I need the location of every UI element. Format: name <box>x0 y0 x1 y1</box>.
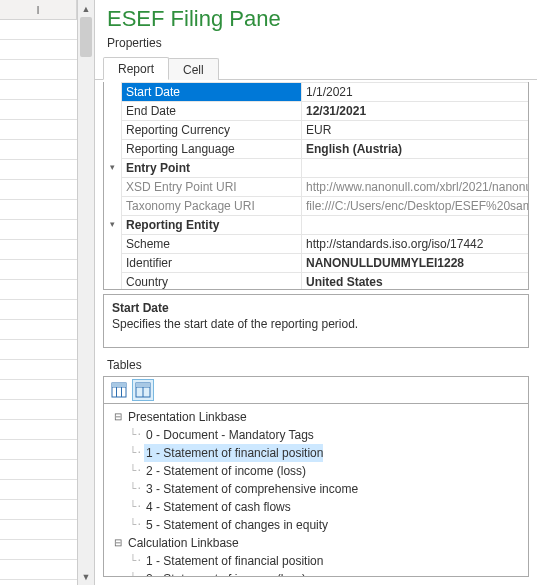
property-row[interactable]: XSD Entry Point URIhttp://www.nanonull.c… <box>104 177 528 196</box>
properties-label: Properties <box>95 34 537 52</box>
scroll-track[interactable] <box>78 17 94 568</box>
tree-leaf[interactable]: └·1 - Statement of financial position <box>106 444 526 462</box>
tree-line-icon: └· <box>128 462 144 480</box>
property-row[interactable]: Taxonomy Package URIfile:///C:/Users/enc… <box>104 196 528 215</box>
property-row[interactable]: Reporting CurrencyEUR <box>104 120 528 139</box>
property-row[interactable]: Schemehttp://standards.iso.org/iso/17442 <box>104 234 528 253</box>
row-indent <box>104 139 122 158</box>
row-indent: ▾ <box>104 215 122 234</box>
tree-collapse-icon[interactable]: ⊟ <box>110 534 126 552</box>
multi-column-view-icon <box>111 382 127 398</box>
property-name: Taxonomy Package URI <box>122 196 302 215</box>
property-group-row[interactable]: ▾Reporting Entity <box>104 215 528 234</box>
property-name: Identifier <box>122 253 302 272</box>
tables-tree[interactable]: ⊟Presentation Linkbase└·0 - Document - M… <box>103 403 529 577</box>
row-indent <box>104 196 122 215</box>
tree-line-icon: └· <box>128 498 144 516</box>
property-value[interactable]: file:///C:/Users/enc/Desktop/ESEF%20samp… <box>302 196 528 215</box>
property-row[interactable]: IdentifierNANONULLDUMMYLEI1228 <box>104 253 528 272</box>
tree-item-label: 3 - Statement of comprehensive income <box>144 480 358 498</box>
tree-leaf[interactable]: └·1 - Statement of financial position <box>106 552 526 570</box>
spreadsheet-area[interactable]: I <box>0 0 78 585</box>
property-name: Scheme <box>122 234 302 253</box>
row-indent <box>104 234 122 253</box>
property-row[interactable]: Reporting LanguageEnglish (Austria) <box>104 139 528 158</box>
pane-title: ESEF Filing Pane <box>95 0 537 34</box>
properties-tabs: Report Cell <box>95 52 537 80</box>
tab-report[interactable]: Report <box>103 57 169 80</box>
tables-label: Tables <box>95 348 537 374</box>
property-name: Reporting Language <box>122 139 302 158</box>
row-indent: ▾ <box>104 158 122 177</box>
tree-leaf[interactable]: └·3 - Statement of comprehensive income <box>106 480 526 498</box>
tables-toolbar <box>103 376 529 403</box>
property-value[interactable]: 1/1/2021 <box>302 82 528 101</box>
property-value[interactable]: English (Austria) <box>302 139 528 158</box>
table-view-button-1[interactable] <box>108 379 130 401</box>
property-description: Start Date Specifies the start date of t… <box>103 294 529 348</box>
tree-item-label: Presentation Linkbase <box>126 408 247 426</box>
tree-item-label: 1 - Statement of financial position <box>144 444 323 462</box>
property-value[interactable]: NANONULLDUMMYLEI1228 <box>302 253 528 272</box>
property-grid[interactable]: Start Date1/1/2021End Date12/31/2021Repo… <box>103 82 529 290</box>
property-name: Reporting Currency <box>122 120 302 139</box>
row-indent <box>104 177 122 196</box>
tree-line-icon: └· <box>128 552 144 570</box>
scroll-down-arrow-icon[interactable]: ▼ <box>78 568 94 585</box>
scroll-up-arrow-icon[interactable]: ▲ <box>78 0 94 17</box>
property-value <box>302 215 528 234</box>
single-column-view-icon <box>135 382 151 398</box>
tree-line-icon: └· <box>128 444 144 462</box>
tree-item-label: 2 - Statement of income (loss) <box>144 462 306 480</box>
tree-line-icon: └· <box>128 480 144 498</box>
vertical-scrollbar[interactable]: ▲ ▼ <box>78 0 95 585</box>
row-indent <box>104 272 122 290</box>
tree-line-icon: └· <box>128 516 144 534</box>
property-row[interactable]: Start Date1/1/2021 <box>104 82 528 101</box>
property-value[interactable]: http://standards.iso.org/iso/17442 <box>302 234 528 253</box>
tree-item-label: 0 - Document - Mandatory Tags <box>144 426 314 444</box>
property-value[interactable]: http://www.nanonull.com/xbrl/2021/nanonu… <box>302 177 528 196</box>
tree-branch[interactable]: ⊟Calculation Linkbase <box>106 534 526 552</box>
svg-rect-4 <box>112 383 126 387</box>
tree-branch[interactable]: ⊟Presentation Linkbase <box>106 408 526 426</box>
row-indent <box>104 120 122 139</box>
scroll-thumb[interactable] <box>80 17 92 57</box>
tree-item-label: 1 - Statement of financial position <box>144 552 323 570</box>
row-indent <box>104 101 122 120</box>
tree-item-label: 4 - Statement of cash flows <box>144 498 291 516</box>
tree-leaf[interactable]: └·5 - Statement of changes in equity <box>106 516 526 534</box>
property-name: Country <box>122 272 302 290</box>
table-view-button-2[interactable] <box>132 379 154 401</box>
property-name: XSD Entry Point URI <box>122 177 302 196</box>
property-name: Entry Point <box>122 158 302 177</box>
column-header[interactable]: I <box>0 0 77 20</box>
property-value[interactable]: EUR <box>302 120 528 139</box>
property-row[interactable]: CountryUnited States <box>104 272 528 290</box>
tree-leaf[interactable]: └·4 - Statement of cash flows <box>106 498 526 516</box>
tree-leaf[interactable]: └·2 - Statement of income (loss) <box>106 462 526 480</box>
property-value[interactable]: 12/31/2021 <box>302 101 528 120</box>
chevron-down-icon[interactable]: ▾ <box>110 158 115 177</box>
property-value <box>302 158 528 177</box>
tree-item-label: 2 - Statement of income (loss) <box>144 570 306 577</box>
tree-collapse-icon[interactable]: ⊟ <box>110 408 126 426</box>
tree-line-icon: └· <box>128 426 144 444</box>
chevron-down-icon[interactable]: ▾ <box>110 215 115 234</box>
row-indent <box>104 82 122 101</box>
property-value[interactable]: United States <box>302 272 528 290</box>
svg-rect-8 <box>136 383 150 387</box>
tree-leaf[interactable]: └·2 - Statement of income (loss) <box>106 570 526 577</box>
tree-item-label: 5 - Statement of changes in equity <box>144 516 328 534</box>
property-row[interactable]: End Date12/31/2021 <box>104 101 528 120</box>
description-text: Specifies the start date of the reportin… <box>112 317 520 331</box>
property-name: Reporting Entity <box>122 215 302 234</box>
spreadsheet-cells[interactable] <box>0 20 77 585</box>
row-indent <box>104 253 122 272</box>
tab-cell[interactable]: Cell <box>168 58 219 80</box>
esef-filing-pane: ESEF Filing Pane Properties Report Cell … <box>95 0 537 585</box>
property-group-row[interactable]: ▾Entry Point <box>104 158 528 177</box>
property-name: Start Date <box>122 82 302 101</box>
tree-leaf[interactable]: └·0 - Document - Mandatory Tags <box>106 426 526 444</box>
tree-item-label: Calculation Linkbase <box>126 534 239 552</box>
